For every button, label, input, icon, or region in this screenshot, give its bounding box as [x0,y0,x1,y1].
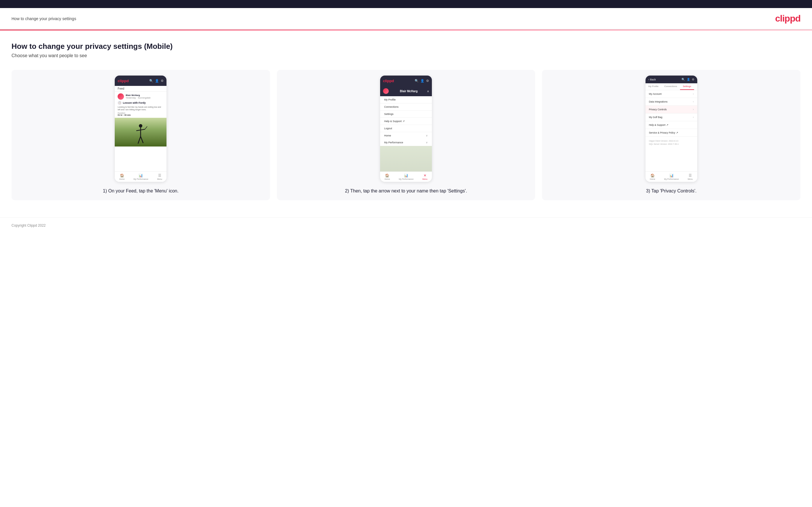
settings-service-privacy[interactable]: Service & Privacy Policy ↗ [646,129,697,137]
user-icon: 👤 [155,79,159,83]
feed-tab: Feed [115,86,166,92]
settings-my-account[interactable]: My Account › [646,90,697,98]
menu-my-profile[interactable]: My Profile [380,96,432,103]
feed-user-name: Blair McHarg [125,94,150,97]
back-arrow-icon: ‹ [648,78,649,81]
tab-settings[interactable]: Settings [680,83,694,90]
menu-help-support[interactable]: Help & Support ↗ [380,118,432,125]
phone-1-logo: clippd [117,79,129,83]
settings-nav-icons: 🔍 👤 ⚙ [681,78,695,81]
feed-duration-val: 01 hr : 30 min [117,114,164,116]
feed-user-info: Blair McHarg Yesterday · Sunningdale [125,94,150,99]
settings-list: My Account › Data Integrations › Privacy… [646,90,697,137]
settings-version: Clippd Client Version: 2022.8.3-3 GQL Se… [646,137,697,149]
step-1-card: clippd 🔍 👤 ⚙ Feed Blair McHarg [11,70,270,200]
settings-help-support[interactable]: Help & Support ↗ [646,121,697,129]
menu-home[interactable]: Home ∨ [380,132,432,139]
bottom-nav-home-3: 🏠 Home [650,173,655,180]
menu-avatar [383,88,389,94]
bottom-nav-performance-2: 📊 My Performance [399,173,413,180]
performance-icon: 📊 [139,173,143,177]
tab-my-profile[interactable]: My Profile [646,83,662,90]
golfer-silhouette [134,123,148,147]
menu-icon: ☰ [158,173,161,177]
data-integrations-chevron-icon: › [693,100,694,103]
settings-tabs: My Profile Connections Settings [646,83,697,90]
feed-duration: Duration [117,112,164,114]
help-support-label: Help & Support ↗ [649,123,668,126]
performance-label-3: My Performance [664,178,679,180]
settings-data-integrations[interactable]: Data Integrations › [646,98,697,106]
performance-label-2: My Performance [399,178,413,180]
menu-label-2: Menu [422,178,427,180]
menu-logout[interactable]: Logout [380,125,432,132]
menu-my-performance[interactable]: My Performance ∨ [380,139,432,146]
svg-line-5 [145,126,147,129]
my-account-label: My Account [649,93,662,95]
tab-connections[interactable]: Connections [661,83,680,90]
settings-privacy-controls[interactable]: Privacy Controls › [646,106,697,113]
step-2-phone: clippd 🔍 👤 ⚙ Blair McHarg ∧ [380,75,432,182]
settings-icon: ⚙ [161,79,164,83]
bottom-nav-menu[interactable]: ☰ Menu [157,173,162,180]
step-3-phone: ‹ Back 🔍 👤 ⚙ My Profile Connections Sett… [646,75,697,182]
phone-1-bottom-nav: 🏠 Home 📊 My Performance ☰ Menu [115,171,166,182]
menu-icon-2: ✕ [423,173,426,177]
phone-image-area [115,118,166,147]
search-icon-3: 🔍 [681,78,685,81]
feed-item: Blair McHarg Yesterday · Sunningdale 📋 L… [115,92,166,118]
step-2-card: clippd 🔍 👤 ⚙ Blair McHarg ∧ [277,70,536,200]
home-label-2: Home [385,178,390,180]
search-icon: 🔍 [149,79,153,83]
phone-1-navbar: clippd 🔍 👤 ⚙ [115,75,166,86]
bottom-nav-performance-3: 📊 My Performance [664,173,679,180]
menu-label-3: Menu [688,178,693,180]
bottom-nav-home-2: 🏠 Home [385,173,390,180]
page-heading: How to change your privacy settings (Mob… [11,42,801,51]
home-label: Home [119,178,125,180]
home-icon-3: 🏠 [650,173,655,177]
my-account-chevron-icon: › [693,93,694,95]
step-3-card: ‹ Back 🔍 👤 ⚙ My Profile Connections Sett… [542,70,801,200]
privacy-controls-chevron-icon: › [693,108,694,111]
bottom-nav-menu-3[interactable]: ☰ Menu [688,173,693,180]
feed-lesson-title: 📋 Lesson with Fordy [117,101,164,105]
back-button[interactable]: ‹ Back [648,78,656,81]
bottom-nav-home: 🏠 Home [119,173,125,180]
menu-connections[interactable]: Connections [380,103,432,111]
menu-overlay: Blair McHarg ∧ My Profile Connections Se… [380,86,432,146]
step-1-caption: 1) On your Feed, tap the 'Menu' icon. [103,187,179,194]
page-subheading: Choose what you want people to see [11,53,801,58]
performance-label: My Performance [134,178,148,180]
copyright-text: Copyright Clippd 2022 [11,223,46,227]
svg-line-4 [141,136,143,143]
header-title: How to change your privacy settings [11,16,76,21]
my-golf-bag-chevron-icon: › [693,116,694,119]
logo: clippd [775,13,801,24]
menu-settings[interactable]: Settings [380,111,432,118]
performance-icon-2: 📊 [404,173,408,177]
phone-1-icons: 🔍 👤 ⚙ [149,79,164,83]
header: How to change your privacy settings clip… [0,8,812,30]
svg-line-3 [138,136,141,144]
user-icon-3: 👤 [687,78,690,81]
settings-nav: ‹ Back 🔍 👤 ⚙ [646,75,697,83]
settings-icon-3: ⚙ [692,78,695,81]
performance-menu-label: My Performance [384,141,403,144]
feed-user-sub: Yesterday · Sunningdale [125,97,150,99]
home-icon: 🏠 [120,173,124,177]
version-server: GQL Server Version: 2022.7.30-1 [649,143,694,146]
step-2-caption: 2) Then, tap the arrow next to your name… [345,187,467,194]
phone-2-navbar: clippd 🔍 👤 ⚙ [380,75,432,86]
menu-arrow-icon[interactable]: ∧ [427,90,429,93]
data-integrations-label: Data Integrations [649,100,668,103]
settings-my-golf-bag[interactable]: My Golf Bag › [646,113,697,121]
main-content: How to change your privacy settings (Mob… [0,31,812,217]
feed-desc: Looking to feel like my hands are exitin… [117,106,164,111]
privacy-controls-label: Privacy Controls [649,108,667,111]
my-golf-bag-label: My Golf Bag [649,116,662,119]
phone-2-icons: 🔍 👤 ⚙ [415,79,429,83]
steps-container: clippd 🔍 👤 ⚙ Feed Blair McHarg [11,70,801,200]
performance-chevron-icon: ∨ [426,141,428,144]
bottom-nav-menu-2[interactable]: ✕ Menu [422,173,427,180]
